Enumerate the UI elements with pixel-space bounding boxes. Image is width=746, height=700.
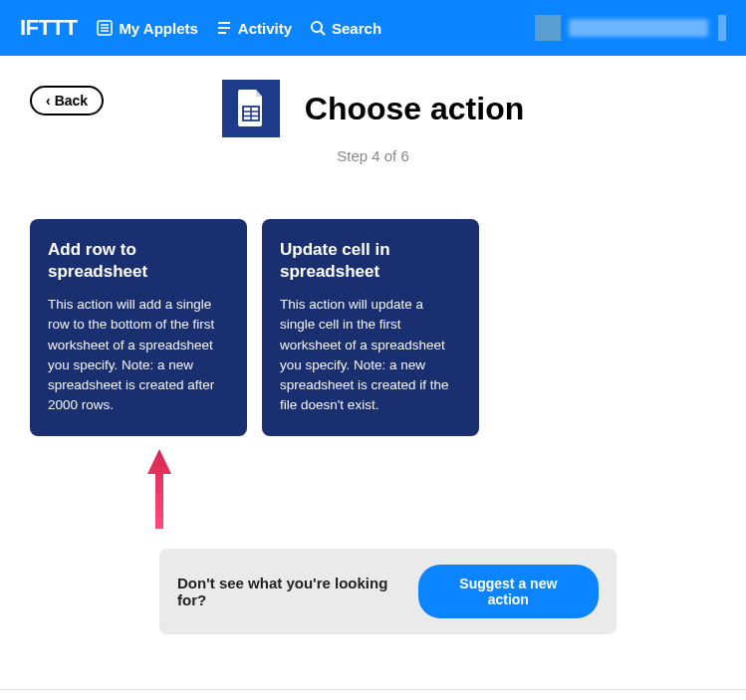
search-icon <box>310 20 326 36</box>
user-menu-chevron <box>718 15 726 41</box>
user-menu[interactable] <box>535 15 726 41</box>
nav-activity[interactable]: Activity <box>216 20 292 37</box>
page-title: Choose action <box>305 91 524 127</box>
username-redacted <box>569 19 708 37</box>
avatar <box>535 15 561 41</box>
nav-label: Search <box>332 20 381 37</box>
card-title: Add row to spreadsheet <box>48 239 229 283</box>
page-header: Choose action <box>30 80 716 137</box>
activity-icon <box>216 20 232 36</box>
card-update-cell[interactable]: Update cell in spreadsheet This action w… <box>262 219 479 436</box>
applets-icon <box>97 20 113 36</box>
nav-search[interactable]: Search <box>310 20 381 37</box>
back-button[interactable]: ‹ Back <box>30 86 104 116</box>
suggest-bar: Don't see what you're looking for? Sugge… <box>159 549 617 634</box>
nav-label: Activity <box>238 20 292 37</box>
card-description: This action will add a single row to the… <box>48 295 229 416</box>
footer: About Help Jobs Terms Privacy Trust Buil… <box>0 690 746 700</box>
back-label: Back <box>55 93 88 109</box>
suggest-text: Don't see what you're looking for? <box>177 575 418 608</box>
nav-label: My Applets <box>119 20 197 37</box>
chevron-left-icon: ‹ <box>46 93 51 109</box>
svg-line-9 <box>321 31 325 35</box>
card-title: Update cell in spreadsheet <box>280 239 461 283</box>
annotation-arrow <box>139 444 179 534</box>
suggest-button[interactable]: Suggest a new action <box>418 565 599 618</box>
card-description: This action will update a single cell in… <box>280 295 461 416</box>
nav-my-applets[interactable]: My Applets <box>97 20 197 37</box>
logo[interactable]: IFTTT <box>20 15 77 41</box>
top-nav: IFTTT My Applets Activity Search <box>0 0 746 56</box>
service-icon <box>222 80 280 137</box>
action-cards: Add row to spreadsheet This action will … <box>30 219 716 436</box>
step-indicator: Step 4 of 6 <box>30 147 716 164</box>
card-add-row[interactable]: Add row to spreadsheet This action will … <box>30 219 247 436</box>
svg-point-8 <box>312 22 322 32</box>
